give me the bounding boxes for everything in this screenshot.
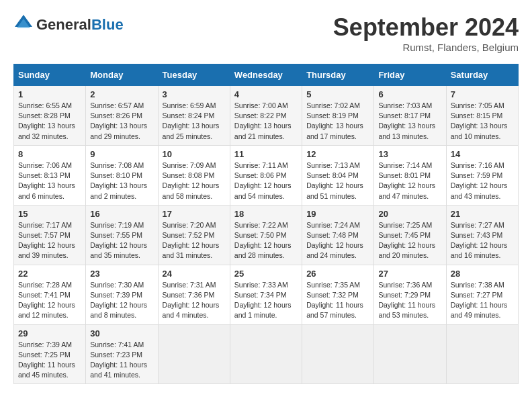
calendar-cell: 16Sunrise: 7:19 AMSunset: 7:55 PMDayligh… <box>86 205 158 265</box>
col-thursday: Thursday <box>302 64 374 86</box>
calendar-cell: 25Sunrise: 7:33 AMSunset: 7:34 PMDayligh… <box>230 265 302 324</box>
calendar-cell <box>446 324 518 384</box>
logo-blue: Blue <box>91 16 124 33</box>
calendar-cell: 11Sunrise: 7:11 AMSunset: 8:06 PMDayligh… <box>230 145 302 205</box>
calendar-cell: 15Sunrise: 7:17 AMSunset: 7:57 PMDayligh… <box>14 205 86 265</box>
page-header: GeneralBlue September 2024 Rumst, Flande… <box>13 13 519 53</box>
day-info: Sunrise: 7:35 AMSunset: 7:32 PMDaylight:… <box>306 280 369 321</box>
calendar-cell: 10Sunrise: 7:09 AMSunset: 8:08 PMDayligh… <box>158 145 230 205</box>
title-block: September 2024 Rumst, Flanders, Belgium <box>333 13 519 53</box>
day-number: 29 <box>18 328 81 338</box>
day-info: Sunrise: 7:06 AMSunset: 8:13 PMDaylight:… <box>18 161 81 201</box>
day-info: Sunrise: 7:38 AMSunset: 7:27 PMDaylight:… <box>451 280 514 321</box>
col-saturday: Saturday <box>446 64 518 86</box>
day-number: 25 <box>234 269 298 279</box>
month-year: September 2024 <box>333 13 519 42</box>
calendar-cell: 8Sunrise: 7:06 AMSunset: 8:13 PMDaylight… <box>14 145 86 205</box>
day-info: Sunrise: 7:25 AMSunset: 7:45 PMDaylight:… <box>378 220 441 261</box>
calendar-week-3: 15Sunrise: 7:17 AMSunset: 7:57 PMDayligh… <box>14 205 519 265</box>
day-info: Sunrise: 7:19 AMSunset: 7:55 PMDaylight:… <box>90 220 153 261</box>
calendar-cell: 9Sunrise: 7:08 AMSunset: 8:10 PMDaylight… <box>86 145 158 205</box>
calendar-cell: 19Sunrise: 7:24 AMSunset: 7:48 PMDayligh… <box>302 205 374 265</box>
calendar-cell: 29Sunrise: 7:39 AMSunset: 7:25 PMDayligh… <box>14 324 86 384</box>
calendar-cell <box>374 324 446 384</box>
day-info: Sunrise: 7:02 AMSunset: 8:19 PMDaylight:… <box>306 101 369 142</box>
day-info: Sunrise: 7:08 AMSunset: 8:10 PMDaylight:… <box>90 161 153 201</box>
calendar-week-2: 8Sunrise: 7:06 AMSunset: 8:13 PMDaylight… <box>14 145 519 205</box>
day-number: 20 <box>378 209 441 219</box>
day-number: 22 <box>18 269 81 279</box>
day-number: 9 <box>90 149 153 159</box>
day-info: Sunrise: 7:36 AMSunset: 7:29 PMDaylight:… <box>378 280 441 321</box>
col-friday: Friday <box>374 64 446 86</box>
calendar-cell: 21Sunrise: 7:27 AMSunset: 7:43 PMDayligh… <box>446 205 518 265</box>
calendar-cell: 6Sunrise: 7:03 AMSunset: 8:17 PMDaylight… <box>374 86 446 146</box>
day-number: 7 <box>451 89 514 99</box>
col-wednesday: Wednesday <box>230 64 302 86</box>
day-info: Sunrise: 7:09 AMSunset: 8:08 PMDaylight:… <box>163 161 226 201</box>
day-number: 21 <box>451 209 514 219</box>
day-number: 13 <box>378 149 441 159</box>
calendar-cell: 7Sunrise: 7:05 AMSunset: 8:15 PMDaylight… <box>446 86 518 146</box>
day-info: Sunrise: 7:27 AMSunset: 7:43 PMDaylight:… <box>451 220 514 261</box>
logo: GeneralBlue <box>13 13 124 36</box>
logo-general: General <box>36 16 91 33</box>
calendar-table: Sunday Monday Tuesday Wednesday Thursday… <box>13 64 519 384</box>
calendar-cell: 26Sunrise: 7:35 AMSunset: 7:32 PMDayligh… <box>302 265 374 324</box>
logo-icon <box>13 13 34 36</box>
calendar-cell: 5Sunrise: 7:02 AMSunset: 8:19 PMDaylight… <box>302 86 374 146</box>
day-number: 15 <box>18 209 81 219</box>
day-info: Sunrise: 7:05 AMSunset: 8:15 PMDaylight:… <box>451 101 514 142</box>
day-number: 28 <box>451 269 514 279</box>
calendar-cell: 1Sunrise: 6:55 AMSunset: 8:28 PMDaylight… <box>14 86 86 146</box>
day-info: Sunrise: 7:03 AMSunset: 8:17 PMDaylight:… <box>378 101 441 142</box>
day-number: 8 <box>18 149 81 159</box>
day-info: Sunrise: 7:16 AMSunset: 7:59 PMDaylight:… <box>451 161 514 201</box>
day-number: 23 <box>90 269 153 279</box>
day-number: 11 <box>234 149 298 159</box>
calendar-cell: 24Sunrise: 7:31 AMSunset: 7:36 PMDayligh… <box>158 265 230 324</box>
day-info: Sunrise: 6:59 AMSunset: 8:24 PMDaylight:… <box>163 101 226 142</box>
day-number: 1 <box>18 89 81 99</box>
day-number: 4 <box>234 89 298 99</box>
day-number: 2 <box>90 89 153 99</box>
day-number: 10 <box>163 149 226 159</box>
calendar-cell: 13Sunrise: 7:14 AMSunset: 8:01 PMDayligh… <box>374 145 446 205</box>
calendar-cell: 23Sunrise: 7:30 AMSunset: 7:39 PMDayligh… <box>86 265 158 324</box>
calendar-cell: 28Sunrise: 7:38 AMSunset: 7:27 PMDayligh… <box>446 265 518 324</box>
day-info: Sunrise: 7:31 AMSunset: 7:36 PMDaylight:… <box>163 280 226 321</box>
day-info: Sunrise: 7:30 AMSunset: 7:39 PMDaylight:… <box>90 280 153 321</box>
day-number: 19 <box>306 209 369 219</box>
calendar-cell: 22Sunrise: 7:28 AMSunset: 7:41 PMDayligh… <box>14 265 86 324</box>
calendar-cell: 3Sunrise: 6:59 AMSunset: 8:24 PMDaylight… <box>158 86 230 146</box>
day-info: Sunrise: 7:24 AMSunset: 7:48 PMDaylight:… <box>306 220 369 261</box>
calendar-cell <box>158 324 230 384</box>
calendar-cell: 17Sunrise: 7:20 AMSunset: 7:52 PMDayligh… <box>158 205 230 265</box>
day-number: 3 <box>163 89 226 99</box>
day-info: Sunrise: 7:14 AMSunset: 8:01 PMDaylight:… <box>378 161 441 201</box>
location: Rumst, Flanders, Belgium <box>333 42 519 53</box>
calendar-cell: 18Sunrise: 7:22 AMSunset: 7:50 PMDayligh… <box>230 205 302 265</box>
day-info: Sunrise: 7:11 AMSunset: 8:06 PMDaylight:… <box>234 161 298 201</box>
day-info: Sunrise: 6:57 AMSunset: 8:26 PMDaylight:… <box>90 101 153 142</box>
calendar-week-5: 29Sunrise: 7:39 AMSunset: 7:25 PMDayligh… <box>14 324 519 384</box>
day-info: Sunrise: 7:17 AMSunset: 7:57 PMDaylight:… <box>18 220 81 261</box>
calendar-week-1: 1Sunrise: 6:55 AMSunset: 8:28 PMDaylight… <box>14 86 519 146</box>
calendar-cell: 2Sunrise: 6:57 AMSunset: 8:26 PMDaylight… <box>86 86 158 146</box>
day-number: 12 <box>306 149 369 159</box>
day-info: Sunrise: 6:55 AMSunset: 8:28 PMDaylight:… <box>18 101 81 142</box>
calendar-cell: 12Sunrise: 7:13 AMSunset: 8:04 PMDayligh… <box>302 145 374 205</box>
calendar-cell: 27Sunrise: 7:36 AMSunset: 7:29 PMDayligh… <box>374 265 446 324</box>
calendar-cell: 30Sunrise: 7:41 AMSunset: 7:23 PMDayligh… <box>86 324 158 384</box>
col-tuesday: Tuesday <box>158 64 230 86</box>
day-number: 27 <box>378 269 441 279</box>
calendar-cell <box>302 324 374 384</box>
header-row: Sunday Monday Tuesday Wednesday Thursday… <box>14 64 519 86</box>
day-number: 17 <box>163 209 226 219</box>
logo-text: GeneralBlue <box>36 16 124 34</box>
day-number: 6 <box>378 89 441 99</box>
calendar-cell: 4Sunrise: 7:00 AMSunset: 8:22 PMDaylight… <box>230 86 302 146</box>
day-info: Sunrise: 7:39 AMSunset: 7:25 PMDaylight:… <box>18 340 81 381</box>
day-number: 16 <box>90 209 153 219</box>
day-info: Sunrise: 7:22 AMSunset: 7:50 PMDaylight:… <box>234 220 298 261</box>
